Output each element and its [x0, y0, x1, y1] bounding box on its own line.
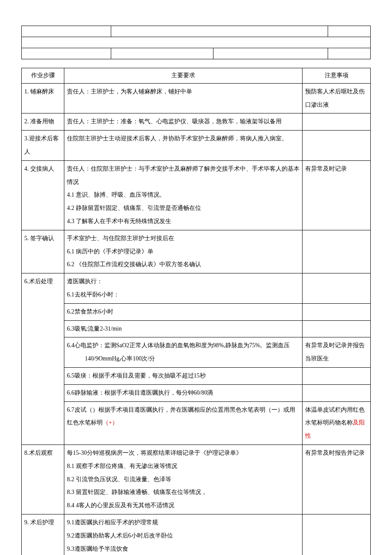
- cell-empty: [328, 48, 371, 59]
- step-cell: 2. 准备用物: [22, 113, 64, 131]
- header-empty-table: [21, 26, 371, 59]
- req-line: 4.2 静脉留置针固定、镇痛泵、引流管是否通畅在位: [67, 202, 300, 215]
- req-cell: 手术室护士、与住院部主班护士对接后在 6.1 病历中的《手术护理记录》单 6.2…: [64, 230, 303, 273]
- header-req: 主要要求: [64, 68, 303, 84]
- step-cell: 8.术后观察: [22, 445, 64, 514]
- req-line: 6.2 《住院部工作流程交接确认表》中双方签名确认: [67, 258, 300, 271]
- req-text: 6.7皮试（）根据手术项目遵医嘱执行，并在医嘱相应的位置用黑色水笔表明（一）或用…: [67, 407, 295, 426]
- step-cell: 6.术后处理: [22, 273, 64, 445]
- step-cell: 1. 铺麻醉床: [22, 83, 64, 113]
- req-line: 8.3 留置针固定、静脉输液通畅、镇痛泵在位等情况，: [67, 486, 300, 499]
- note-cell: 体温单皮试栏内用红色水笔标明药物名称及阳性: [303, 401, 371, 445]
- req-cell: 责任人：主班护士：准备：氧气、心电监护仪、吸痰器，急救车，输液架等以备用: [64, 113, 303, 131]
- req-text-red: （+）: [103, 419, 118, 426]
- cell-empty: [111, 48, 213, 59]
- req-line: 8.2 引流管负压状况、引流液量、色泽等: [67, 473, 300, 486]
- note-cell: [303, 273, 371, 304]
- note-cell: [303, 303, 371, 320]
- req-line: 6.1去枕平卧6小时：: [67, 288, 300, 302]
- note-cell: 有异常及时记录并报告当班医生: [303, 337, 371, 368]
- note-cell: [303, 367, 371, 384]
- step-cell: 9. 术后护理: [22, 514, 64, 555]
- req-cell: 9.1遵医嘱执行相应手术的护理常规 9.2遵医嘱协助客人术后6小时后改半卧位 9…: [64, 514, 303, 555]
- note-cell: 预防客人术后呕吐及伤口渗出液: [303, 83, 371, 113]
- main-procedure-table: 作业步骤 主要要求 注意事项 1. 铺麻醉床 责任人：主班护士，为客人铺麻醉床，…: [21, 68, 371, 555]
- note-cell: 有异常及时记录: [303, 160, 371, 230]
- req-cell: 住院部主班护士主动迎接术后客人，并协助手术室护士及麻醉师，将病人推入病室。: [64, 131, 303, 161]
- req-cell: 每15-30分钟巡视病房一次，将观察结果详细记录于《护理记录单》 8.1 观察手…: [64, 445, 303, 514]
- req-cell: 6.3吸氧:流量2-31/min: [64, 320, 303, 337]
- cell-empty: [328, 26, 371, 37]
- req-cell: 6.5吸痰：根据手术项目及需要，每次抽吸不超过15秒: [64, 367, 303, 384]
- req-cell: 6.7皮试（）根据手术项目遵医嘱执行，并在医嘱相应的位置用黑色水笔表明（一）或用…: [64, 401, 303, 445]
- req-line: 6.1 病历中的《手术护理记录》单: [67, 245, 300, 259]
- req-line-indent: 140/9OmmHg,心率100次/分: [67, 352, 155, 366]
- req-cell: 责任人：主班护士，为客人铺麻醉床，铺好中单: [64, 83, 303, 113]
- req-line: 9.1遵医嘱执行相应手术的护理常规: [67, 516, 300, 529]
- cell-empty: [22, 26, 111, 37]
- cell-empty: [22, 37, 371, 48]
- req-line: 8.4 4客人的心里反应及有无其他不适情况: [67, 499, 300, 512]
- req-line: 每15-30分钟巡视病房一次，将观察结果详细记录于《护理记录单》: [67, 447, 300, 460]
- step-cell: 5. 签字确认: [22, 230, 64, 273]
- req-line: 4.3 了解客人在手术中有无特殊情况发生: [67, 215, 300, 228]
- note-cell: 有异常及时报告并记录: [303, 445, 371, 514]
- req-line: 责任人：住院部主班护士：与手术室护士及麻醉师了解并交接手术中、手术毕客人的基本情…: [67, 163, 300, 189]
- req-line: 9.3遵医嘱给予半流饮食: [67, 543, 300, 555]
- req-cell: 责任人：住院部主班护士：与手术室护士及麻醉师了解并交接手术中、手术毕客人的基本情…: [64, 160, 303, 230]
- note-cell: [303, 131, 371, 161]
- note-cell: [303, 514, 371, 555]
- req-line: 遵医嘱执行：: [67, 275, 300, 288]
- req-cell: 6.4心电监护：监测SaO2正常人体动脉血的血氧饱和度为98%,静脉血为75%。…: [64, 337, 303, 368]
- req-cell: 6.6静脉输液：根据手术项目遵医嘱执行，每分钟60/80滴: [64, 384, 303, 401]
- cell-empty: [111, 26, 328, 37]
- req-line: 手术室护士、与住院部主班护士对接后在: [67, 232, 300, 245]
- header-note: 注意事项: [303, 68, 371, 84]
- step-cell: 3.迎接术后客人: [22, 131, 64, 161]
- header-step: 作业步骤: [22, 68, 64, 84]
- step-cell: 4. 交接病人: [22, 160, 64, 230]
- req-cell: 遵医嘱执行： 6.1去枕平卧6小时：: [64, 273, 303, 304]
- cell-empty: [22, 48, 111, 59]
- req-line: 140/9OmmHg,心率100次/分: [67, 352, 300, 366]
- req-line: 9.2遵医嘱协助客人术后6小时后改半卧位: [67, 529, 300, 543]
- req-line: 4.1 意识、脉搏、呼吸、血压等情况。: [67, 189, 300, 202]
- req-line: 8.1 观察手术部位疼痛、有无渗出液等情况: [67, 460, 300, 473]
- req-cell: 6.2禁食禁水6小时: [64, 303, 303, 320]
- note-cell: [303, 384, 371, 401]
- note-cell: [303, 230, 371, 273]
- cell-empty: [213, 48, 328, 59]
- note-cell: [303, 113, 371, 131]
- note-cell: [303, 320, 371, 337]
- req-line: 6.4心电监护：监测SaO2正常人体动脉血的血氧饱和度为98%,静脉血为75%。…: [67, 339, 300, 352]
